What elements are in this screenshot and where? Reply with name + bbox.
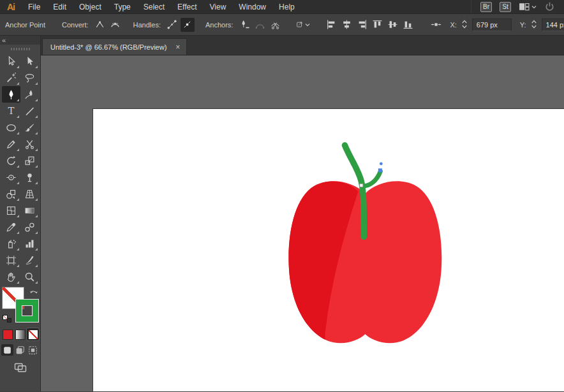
symbol-sprayer-tool[interactable] — [2, 235, 20, 252]
change-screen-mode-button[interactable] — [14, 361, 27, 376]
menu-help[interactable]: Help — [272, 0, 301, 14]
scale-tool[interactable] — [20, 152, 39, 169]
anchors-label: Anchors: — [205, 21, 233, 29]
curvature-tool[interactable] — [20, 86, 39, 103]
shape-builder-tool[interactable] — [2, 185, 20, 202]
fill-stroke-block — [2, 287, 39, 324]
menu-effect[interactable]: Effect — [171, 0, 203, 14]
vertical-align-top-button[interactable] — [370, 18, 384, 32]
direct-selection-tool[interactable] — [2, 53, 20, 69]
x-label: X: — [450, 21, 456, 29]
chevron-down-icon — [305, 22, 310, 27]
artboard-tool[interactable] — [2, 252, 20, 268]
hand-tool[interactable] — [2, 268, 20, 285]
remove-anchors-button[interactable] — [237, 18, 251, 32]
horizontal-align-right-button[interactable] — [355, 18, 369, 32]
rotate-tool[interactable] — [2, 152, 20, 169]
blend-tool[interactable] — [20, 219, 39, 235]
menu-object[interactable]: Object — [73, 0, 108, 14]
anchors-buttons — [237, 18, 282, 32]
workspace-switcher-button[interactable] — [519, 1, 537, 12]
x-position-input[interactable] — [472, 18, 512, 31]
document-tab[interactable]: Untitled-3* @ 66.67% (RGB/Preview) × — [42, 38, 187, 55]
mesh-tool[interactable] — [2, 202, 20, 219]
bridge-button[interactable]: Br — [480, 2, 492, 12]
stem-branch-path[interactable] — [362, 171, 380, 186]
isolate-selected-object-button[interactable] — [296, 18, 310, 32]
draw-behind-button[interactable] — [14, 344, 26, 356]
puppet-warp-tool[interactable] — [20, 169, 39, 185]
gradient-tool[interactable] — [20, 202, 39, 219]
close-tab-icon[interactable]: × — [175, 43, 180, 51]
menu-edit[interactable]: Edit — [47, 0, 73, 14]
pencil-tool[interactable] — [2, 136, 20, 152]
convert-label: Convert: — [62, 21, 89, 29]
canvas-pasteboard[interactable] — [41, 55, 564, 391]
collapse-panel-button[interactable]: « — [2, 37, 6, 43]
menu-window[interactable]: Window — [232, 0, 272, 14]
color-swatch-button[interactable] — [1, 328, 13, 340]
show-handles-button[interactable] — [165, 18, 179, 32]
handles-buttons — [165, 18, 195, 32]
y-label: Y: — [520, 21, 526, 29]
column-graph-tool[interactable] — [20, 235, 39, 252]
draw-normal-button[interactable] — [1, 344, 13, 356]
y-position-input[interactable] — [542, 18, 564, 31]
cut-path-button[interactable] — [268, 18, 282, 32]
isolate-buttons — [296, 18, 310, 32]
convert-to-smooth-button[interactable] — [108, 18, 122, 32]
svg-text:T: T — [8, 106, 14, 117]
convert-buttons — [93, 18, 122, 32]
zoom-tool[interactable] — [20, 268, 39, 285]
panel-grip-handle[interactable] — [11, 48, 30, 50]
stock-button[interactable]: St — [500, 2, 511, 12]
context-label: Anchor Point — [5, 21, 45, 29]
none-swatch-button[interactable] — [27, 328, 39, 340]
chevron-down-icon — [531, 4, 537, 10]
tools-panel-header: « — [0, 36, 40, 45]
selected-anchor-point[interactable] — [378, 168, 382, 172]
handles-label: Handles: — [133, 21, 161, 29]
horizontal-align-center-button[interactable] — [339, 18, 353, 32]
color-type-buttons — [1, 328, 39, 340]
lasso-tool[interactable] — [20, 69, 39, 86]
document-tab-title: Untitled-3* @ 66.67% (RGB/Preview) — [50, 43, 167, 51]
tools-panel: « T — [0, 36, 41, 391]
menu-type[interactable]: Type — [108, 0, 137, 14]
slice-tool[interactable] — [20, 252, 39, 268]
artboard[interactable] — [93, 108, 564, 391]
menu-select[interactable]: Select — [137, 0, 171, 14]
type-tool[interactable]: T — [2, 103, 20, 119]
selection-tool[interactable] — [20, 53, 39, 69]
magic-wand-tool[interactable] — [2, 69, 20, 86]
junction-anchor-point[interactable] — [360, 184, 363, 187]
menu-view[interactable]: View — [204, 0, 233, 14]
anchor-reference-icon[interactable] — [429, 18, 443, 32]
drawing-mode-buttons — [1, 344, 39, 356]
ellipse-tool[interactable] — [2, 119, 20, 136]
menu-items: FileEditObjectTypeSelectEffectViewWindow… — [22, 0, 301, 13]
pen-tool[interactable] — [2, 86, 20, 103]
y-stepper[interactable] — [531, 18, 537, 31]
swap-fill-stroke-icon[interactable] — [29, 287, 38, 298]
vertical-align-center-button[interactable] — [385, 18, 399, 32]
menu-file[interactable]: File — [22, 0, 47, 14]
scissors-tool[interactable] — [20, 136, 39, 152]
align-buttons — [324, 18, 415, 32]
draw-inside-button[interactable] — [27, 344, 39, 356]
eyedropper-tool[interactable] — [2, 219, 20, 235]
stroke-indicator[interactable] — [16, 300, 38, 322]
paintbrush-tool[interactable] — [20, 119, 39, 136]
line-segment-tool[interactable] — [20, 103, 39, 119]
horizontal-align-left-button[interactable] — [324, 18, 338, 32]
x-stepper[interactable] — [461, 18, 468, 31]
perspective-grid-tool[interactable] — [20, 185, 39, 202]
default-fill-stroke-icon[interactable] — [3, 315, 11, 323]
direction-handle-dot[interactable] — [380, 162, 383, 165]
apple-artwork — [93, 109, 564, 391]
width-tool[interactable] — [2, 169, 20, 185]
hide-handles-button[interactable] — [181, 18, 195, 32]
gradient-swatch-button[interactable] — [14, 328, 26, 340]
vertical-align-bottom-button[interactable] — [401, 18, 415, 32]
convert-to-corner-button[interactable] — [93, 18, 107, 32]
